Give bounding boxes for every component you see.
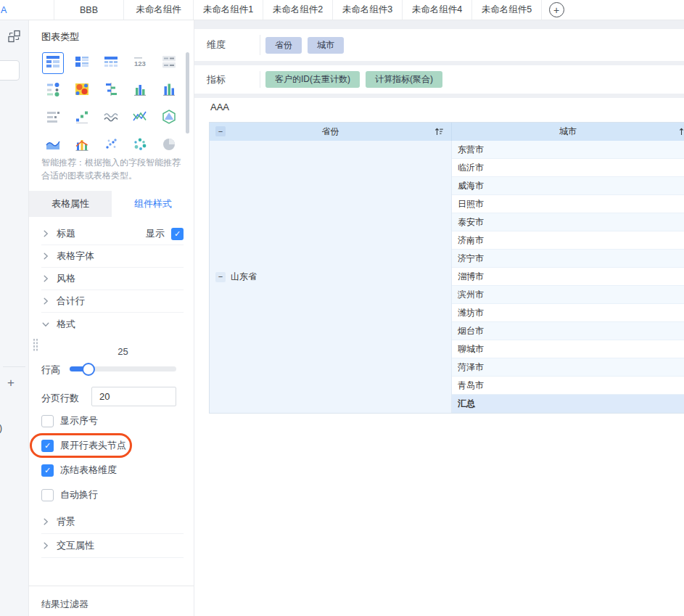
sheet-tab[interactable]: 未命名组件2 <box>263 0 333 20</box>
city-row: 济南市 <box>452 231 684 250</box>
measures-label: 指标 <box>194 73 260 86</box>
chart-title: AAA <box>210 102 229 112</box>
section-format[interactable]: 格式 <box>41 313 184 335</box>
chart-type-kpi-card[interactable] <box>158 52 180 74</box>
chevron-right-icon <box>41 297 50 305</box>
table-icon <box>103 54 119 73</box>
checkbox[interactable] <box>41 489 54 501</box>
config-panel: 图表类型 123 智能推荐：根据拖入的字段智能推荐合适的图表或表格类型。 表格属… <box>29 20 194 616</box>
chart-type-radar[interactable] <box>158 107 180 129</box>
section-背景[interactable]: 背景 <box>41 510 184 534</box>
sheet-tabbar: ABBB未命名组件未命名组件1未命名组件2未命名组件3未命名组件4未命名组件5+ <box>0 0 684 20</box>
dimensions-row: 维度 省份城市 <box>194 29 684 61</box>
section-label: 格式 <box>57 318 75 331</box>
sort-ascending-icon[interactable] <box>679 127 684 136</box>
tab-component-style[interactable]: 组件样式 <box>112 191 194 217</box>
sheet-tab[interactable]: 未命名组件 <box>124 0 194 20</box>
checkbox[interactable]: ✓ <box>41 440 54 452</box>
chevron-right-icon <box>41 274 50 283</box>
chart-type-combo-chart[interactable] <box>71 135 93 157</box>
sheet-tab-partial[interactable]: A <box>0 0 54 20</box>
province-name: 山东省 <box>231 271 257 283</box>
rail-panel-edge <box>0 60 20 81</box>
slider-thumb[interactable] <box>82 363 95 376</box>
chart-type-crossed-lines[interactable] <box>129 107 151 129</box>
city-row: 潍坊市 <box>452 304 684 322</box>
chart-type-bar-chart[interactable] <box>129 80 151 102</box>
kpi-card-icon <box>161 54 177 73</box>
row-height-value: 25 <box>70 346 176 357</box>
section-风格[interactable]: 风格 <box>41 268 184 290</box>
section-交互属性[interactable]: 交互属性 <box>41 534 184 558</box>
checkbox-label: 自动换行 <box>60 488 98 501</box>
chevron-right-icon <box>41 517 50 526</box>
chart-type-scatter[interactable] <box>100 135 122 157</box>
tab-table-properties[interactable]: 表格属性 <box>29 191 112 217</box>
chart-type-grouped-table[interactable] <box>71 52 93 74</box>
dimension-tag[interactable]: 城市 <box>308 37 344 54</box>
pivot-table: − 省份 城市 − 山东省 东营市临沂市威海市日照市泰安市济南市济宁市淄博市滨州… <box>209 122 684 414</box>
section-合计行[interactable]: 合计行 <box>41 290 184 313</box>
summary-row: 汇总 <box>452 395 684 413</box>
chart-type-line-wave[interactable] <box>100 107 122 129</box>
chart-type-pivot-table[interactable] <box>42 52 64 74</box>
row-height-slider[interactable] <box>70 366 176 371</box>
chart-type-pie[interactable] <box>158 135 180 157</box>
progress-bars-icon <box>45 109 61 128</box>
page-rows-input[interactable] <box>91 387 176 406</box>
chart-type-title: 图表类型 <box>41 30 79 44</box>
column-header-label: 城市 <box>452 126 684 138</box>
checkbox-row-显示序号: 显示序号 <box>41 414 98 427</box>
measure-tag[interactable]: 客户的ID(去重计数) <box>265 71 360 88</box>
sheet-tab[interactable]: BBB <box>54 0 124 20</box>
page-rows-label: 分页行数 <box>41 392 79 405</box>
result-filter-label[interactable]: 结果过滤器 <box>41 598 194 611</box>
chart-type-progress-bars[interactable] <box>42 107 64 129</box>
header-city[interactable]: 城市 <box>452 123 684 141</box>
chart-type-number-card[interactable]: 123 <box>129 52 151 74</box>
column-chart-icon <box>161 81 177 100</box>
section-title[interactable]: 标题 显示 ✓ <box>41 223 184 245</box>
chart-type-bubble[interactable] <box>129 135 151 157</box>
measure-tag[interactable]: 计算指标(聚合) <box>366 71 442 88</box>
city-row: 日照市 <box>452 195 684 213</box>
collapse-row-icon[interactable]: − <box>215 272 226 282</box>
city-row: 滨州市 <box>452 286 684 304</box>
checkbox[interactable]: ✓ <box>41 464 54 477</box>
crossed-lines-icon <box>132 109 148 128</box>
section-label: 合计行 <box>57 295 85 308</box>
add-sheet-button[interactable]: + <box>542 0 571 20</box>
sheet-tab[interactable]: 未命名组件5 <box>472 0 542 20</box>
city-row: 淄博市 <box>452 268 684 286</box>
sort-ascending-icon[interactable] <box>434 127 444 136</box>
heatmap-icon <box>74 81 90 100</box>
title-show-checkbox[interactable]: ✓ <box>171 228 184 240</box>
chart-type-step-scatter[interactable] <box>71 107 93 129</box>
city-row: 临沂市 <box>452 159 684 177</box>
sheet-tab[interactable]: 未命名组件4 <box>403 0 472 20</box>
dimension-tag[interactable]: 省份 <box>265 37 302 54</box>
panel-scrollbar[interactable] <box>186 52 189 134</box>
city-row: 济宁市 <box>452 250 684 268</box>
checkbox-label: 显示序号 <box>60 414 98 427</box>
sheet-tab[interactable]: 未命名组件3 <box>333 0 403 20</box>
sheet-tab[interactable]: 未命名组件1 <box>194 0 263 20</box>
chart-type-stacked-bar[interactable] <box>100 80 122 102</box>
number-card-icon: 123 <box>132 54 148 73</box>
chart-type-heatmap[interactable] <box>71 80 93 102</box>
section-表格字体[interactable]: 表格字体 <box>41 245 184 268</box>
checkbox-label: 展开行表头节点 <box>60 439 126 452</box>
swap-icon[interactable] <box>7 30 21 46</box>
add-field-icon[interactable]: + <box>7 376 15 390</box>
dimensions-label: 维度 <box>194 38 260 52</box>
result-filter-bar: 结果过滤器 <box>29 586 194 616</box>
section-label: 标题 <box>57 227 75 240</box>
header-province[interactable]: − 省份 <box>210 123 452 141</box>
chart-type-matrix[interactable] <box>42 80 64 102</box>
chart-type-column-chart[interactable] <box>158 80 180 102</box>
chevron-down-icon <box>41 320 50 329</box>
chart-type-area-chart[interactable] <box>42 135 64 157</box>
chart-type-table[interactable] <box>100 52 122 74</box>
checkbox[interactable] <box>41 415 54 427</box>
city-row: 泰安市 <box>452 213 684 231</box>
